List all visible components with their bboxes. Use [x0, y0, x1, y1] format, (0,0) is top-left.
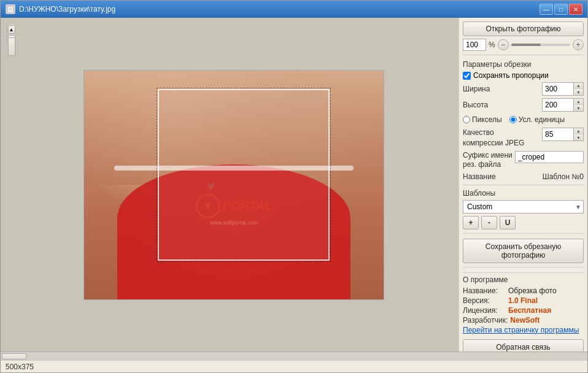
- height-spin-down[interactable]: ▼: [573, 105, 583, 111]
- height-spinner: ▲ ▼: [542, 98, 584, 112]
- about-license-row: Лицензия: Бесплатная: [463, 306, 584, 315]
- quality-spin-buttons: ▲ ▼: [573, 128, 583, 140]
- image-panel[interactable]: ▲ ▼ ♥: [1, 18, 458, 352]
- height-input[interactable]: [543, 99, 573, 110]
- watermark-circle: ♥: [196, 194, 220, 218]
- about-name-val: Обрезка фото: [508, 286, 557, 295]
- feedback-button[interactable]: Обратная связь: [463, 339, 584, 352]
- about-version-val: 1.0 Final: [508, 296, 538, 305]
- status-bar: 500x375: [1, 360, 587, 372]
- about-dev-row: Разработчик: NewSoft: [463, 316, 584, 325]
- vertical-scrollbar[interactable]: ▲ ▼: [7, 24, 15, 45]
- about-link[interactable]: Перейти на страничку программы: [463, 326, 579, 334]
- about-name-key: Название:: [463, 286, 506, 295]
- right-panel: Открыть фотографию % − + Параметры обрез…: [458, 18, 587, 352]
- main-window: 🖼 D:\НУЖНО\Загрузки\тату.jpg — □ ✕ ▲ ▼: [0, 0, 588, 373]
- horizontal-scrollbar[interactable]: [1, 352, 587, 360]
- template-add-button[interactable]: +: [463, 216, 479, 229]
- maximize-button[interactable]: □: [554, 4, 568, 15]
- about-version-row: Версия: 1.0 Final: [463, 296, 584, 305]
- suffix-row: Суфикс имени рез. файла: [463, 151, 584, 170]
- status-text: 500x375: [6, 363, 34, 371]
- units-radio[interactable]: [509, 116, 517, 123]
- watermark-url: www.softportal.com: [196, 220, 272, 226]
- title-bar: 🖼 D:\НУЖНО\Загрузки\тату.jpg — □ ✕: [1, 1, 587, 18]
- template-actions: + - U: [463, 216, 584, 229]
- units-label: Усл. единицы: [519, 115, 565, 124]
- quality-label1: Качество: [463, 128, 524, 138]
- templates-select[interactable]: Custom Шаблон №0 Шаблон №1: [463, 200, 584, 213]
- quality-label2: компрессии JPEG: [463, 138, 524, 148]
- window-title: D:\НУЖНО\Загрузки\тату.jpg: [19, 5, 115, 13]
- height-row: Высота ▲ ▼: [463, 98, 584, 112]
- about-title: О программе: [463, 275, 584, 284]
- quality-row: Качество компрессии JPEG ▲ ▼: [463, 128, 584, 148]
- h-scroll-thumb[interactable]: [2, 353, 26, 360]
- width-spin-down[interactable]: ▼: [573, 89, 583, 95]
- scroll-up-button[interactable]: ▲: [8, 25, 15, 34]
- about-license-val: Бесплатная: [508, 306, 551, 315]
- about-name-row: Название: Обрезка фото: [463, 286, 584, 295]
- watermark: ♥ PORTAL www.softportal.com: [196, 194, 272, 226]
- template-remove-button[interactable]: -: [481, 216, 497, 229]
- template-update-button[interactable]: U: [500, 216, 516, 229]
- name-row: Название Шаблон №0: [463, 172, 584, 181]
- watermark-text: PORTAL: [223, 199, 272, 213]
- zoom-unit: %: [489, 40, 495, 49]
- zoom-plus-button[interactable]: +: [573, 39, 584, 50]
- divider-1: [463, 55, 584, 55]
- main-content: ▲ ▼ ♥: [1, 18, 587, 352]
- name-label: Название: [463, 172, 496, 181]
- width-label: Ширина: [463, 85, 493, 93]
- divider-2: [463, 185, 584, 185]
- title-bar-left: 🖼 D:\НУЖНО\Загрузки\тату.jpg: [6, 4, 115, 14]
- suffix-label2: рез. файла: [463, 160, 513, 170]
- about-dev-key: Разработчик:: [463, 316, 508, 325]
- about-dev-val: NewSoft: [510, 316, 540, 325]
- height-spin-buttons: ▲ ▼: [573, 99, 583, 111]
- app-icon: 🖼: [6, 4, 15, 14]
- quality-label-group: Качество компрессии JPEG: [463, 128, 524, 148]
- zoom-slider[interactable]: [511, 44, 570, 46]
- divider-3: [463, 233, 584, 234]
- height-label: Высота: [463, 101, 493, 109]
- width-input[interactable]: [543, 83, 573, 94]
- open-photo-button[interactable]: Открыть фотографию: [463, 21, 584, 36]
- zoom-minus-button[interactable]: −: [498, 39, 509, 50]
- close-button[interactable]: ✕: [569, 4, 582, 15]
- about-version-key: Версия:: [463, 296, 506, 305]
- width-spinner: ▲ ▼: [542, 82, 584, 96]
- quality-spinner: ▲ ▼: [542, 128, 584, 141]
- minimize-button[interactable]: —: [540, 4, 553, 15]
- zoom-input[interactable]: [463, 39, 486, 51]
- width-row: Ширина ▲ ▼: [463, 82, 584, 96]
- save-photo-button[interactable]: Сохранить обрезаную фотографию: [463, 239, 584, 263]
- crop-rectangle[interactable]: [158, 89, 330, 261]
- scroll-thumb[interactable]: [8, 37, 15, 56]
- about-license-key: Лицензия:: [463, 306, 506, 315]
- title-bar-controls: — □ ✕: [540, 4, 582, 15]
- height-spin-up[interactable]: ▲: [573, 99, 583, 105]
- templates-select-wrapper: Custom Шаблон №0 Шаблон №1 ▼: [463, 200, 584, 213]
- units-radio-item: Усл. единицы: [509, 115, 565, 124]
- watermark-logo: ♥ PORTAL: [196, 194, 272, 218]
- pixels-radio-item: Пикселы: [463, 115, 502, 124]
- crop-params-label: Параметры обрезки: [463, 60, 584, 69]
- divider-4: [463, 267, 584, 267]
- suffix-label-group: Суфикс имени рез. файла: [463, 151, 513, 170]
- width-spin-up[interactable]: ▲: [573, 83, 583, 89]
- name-value: Шаблон №0: [543, 172, 584, 181]
- quality-spin-down[interactable]: ▼: [573, 134, 583, 140]
- keep-ratio-row: Сохранять пропорции: [463, 71, 584, 80]
- quality-spin-up[interactable]: ▲: [573, 128, 583, 134]
- image-container: ♥ ♥ PORTAL www.softportal.com: [83, 70, 384, 300]
- width-spin-buttons: ▲ ▼: [573, 83, 583, 95]
- pixels-label: Пикселы: [472, 115, 502, 124]
- keep-ratio-checkbox[interactable]: [463, 72, 471, 80]
- templates-label: Шаблоны: [463, 189, 584, 198]
- quality-input[interactable]: [543, 129, 573, 140]
- keep-ratio-label: Сохранять пропорции: [473, 71, 549, 80]
- pixels-radio[interactable]: [463, 116, 470, 123]
- unit-radio-row: Пикселы Усл. единицы: [463, 115, 584, 124]
- suffix-input[interactable]: [515, 151, 584, 163]
